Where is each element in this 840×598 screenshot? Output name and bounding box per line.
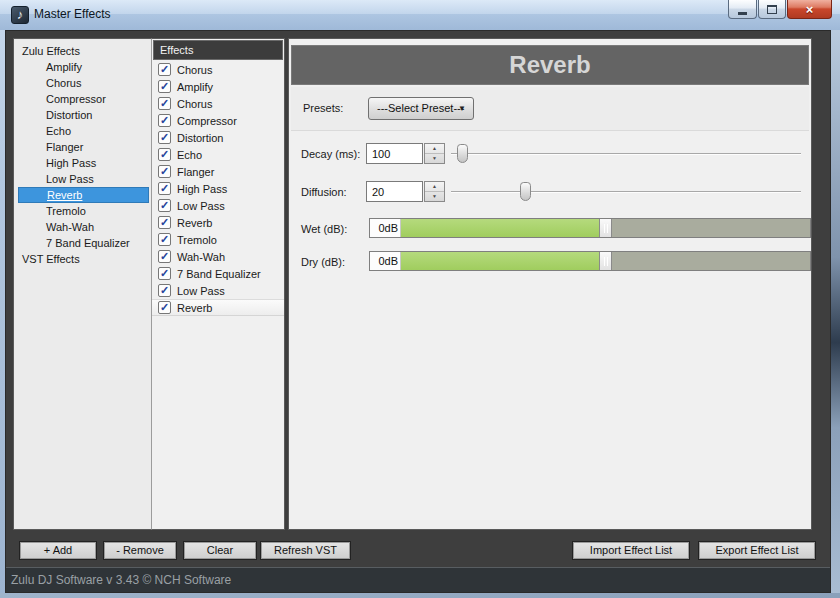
import-effect-list-button[interactable]: Import Effect List: [573, 542, 689, 559]
effect-row-label: Low Pass: [177, 200, 225, 212]
remove-button[interactable]: - Remove: [104, 542, 176, 559]
effect-row-chorus[interactable]: ✓Chorus: [152, 61, 284, 78]
checkbox-icon[interactable]: ✓: [158, 165, 171, 178]
wet-fader-thumb[interactable]: [599, 219, 612, 237]
effect-row-label: Tremolo: [177, 234, 217, 246]
minimize-button[interactable]: [728, 0, 757, 19]
tree-item-chorus[interactable]: Chorus: [14, 75, 151, 91]
close-icon: ×: [806, 1, 814, 18]
effect-row-label: Compressor: [177, 115, 237, 127]
decay-spinner[interactable]: ▲ ▼: [424, 143, 445, 164]
checkbox-icon[interactable]: ✓: [158, 301, 171, 314]
effect-row-tremolo[interactable]: ✓Tremolo: [152, 231, 284, 248]
export-effect-list-button[interactable]: Export Effect List: [699, 542, 815, 559]
clear-button[interactable]: Clear: [184, 542, 256, 559]
checkbox-icon[interactable]: ✓: [158, 267, 171, 280]
app-icon: ♪: [11, 6, 29, 24]
checkbox-icon[interactable]: ✓: [158, 97, 171, 110]
checkbox-icon[interactable]: ✓: [158, 199, 171, 212]
effect-row-low-pass[interactable]: ✓Low Pass: [152, 197, 284, 214]
tree-item-high-pass[interactable]: High Pass: [14, 155, 151, 171]
tree-item-amplify[interactable]: Amplify: [14, 59, 151, 75]
tree-item-7-band-equalizer[interactable]: 7 Band Equalizer: [14, 235, 151, 251]
checkbox-icon[interactable]: ✓: [158, 114, 171, 127]
effect-row-high-pass[interactable]: ✓High Pass: [152, 180, 284, 197]
dry-value: 0dB: [370, 252, 401, 270]
checkbox-icon[interactable]: ✓: [158, 80, 171, 93]
effects-checklist-panel: Effects ✓Chorus✓Amplify✓Chorus✓Compresso…: [152, 38, 285, 530]
titlebar[interactable]: ♪ Master Effects ×: [0, 0, 840, 30]
wet-label: Wet (dB):: [301, 223, 347, 235]
tree-item-zulu-effects[interactable]: Zulu Effects: [14, 43, 151, 59]
decay-slider[interactable]: [451, 153, 801, 155]
diffusion-spinner[interactable]: ▲ ▼: [424, 181, 445, 202]
wet-fader[interactable]: 0dB: [369, 218, 811, 238]
checkbox-icon[interactable]: ✓: [158, 131, 171, 144]
status-text: Zulu DJ Software v 3.43 © NCH Software: [11, 573, 231, 587]
dry-fader[interactable]: 0dB: [369, 251, 811, 271]
decay-slider-thumb[interactable]: [457, 144, 468, 163]
checkbox-icon[interactable]: ✓: [158, 284, 171, 297]
diffusion-slider[interactable]: [451, 191, 801, 193]
tree-item-flanger[interactable]: Flanger: [14, 139, 151, 155]
dry-fader-thumb[interactable]: [599, 252, 612, 270]
tree-item-wah-wah[interactable]: Wah-Wah: [14, 219, 151, 235]
chevron-down-icon: ▼: [458, 98, 466, 119]
spinner-down-icon[interactable]: ▼: [425, 192, 444, 201]
spinner-up-icon[interactable]: ▲: [425, 182, 444, 192]
effect-row-amplify[interactable]: ✓Amplify: [152, 78, 284, 95]
effect-row-7-band-equalizer[interactable]: ✓7 Band Equalizer: [152, 265, 284, 282]
effect-row-flanger[interactable]: ✓Flanger: [152, 163, 284, 180]
effect-row-reverb[interactable]: ✓Reverb: [152, 214, 284, 231]
decay-input[interactable]: [366, 143, 423, 164]
checkbox-icon[interactable]: ✓: [158, 250, 171, 263]
tree-item-distortion[interactable]: Distortion: [14, 107, 151, 123]
effect-row-label: Reverb: [177, 217, 212, 229]
effect-row-label: Distortion: [177, 132, 223, 144]
effect-row-low-pass[interactable]: ✓Low Pass: [152, 282, 284, 299]
maximize-icon: [767, 5, 777, 14]
effect-row-label: Low Pass: [177, 285, 225, 297]
effect-row-label: Echo: [177, 149, 202, 161]
checkbox-icon[interactable]: ✓: [158, 216, 171, 229]
close-button[interactable]: ×: [787, 0, 832, 19]
master-effects-window: ♪ Master Effects × Zulu EffectsAmplifyCh…: [0, 0, 840, 598]
tree-item-low-pass[interactable]: Low Pass: [14, 171, 151, 187]
spinner-up-icon[interactable]: ▲: [425, 144, 444, 154]
decay-label: Decay (ms):: [301, 148, 360, 160]
window-border-bottom: [0, 593, 840, 598]
tree-item-vst-effects[interactable]: VST Effects: [14, 251, 151, 267]
effect-row-distortion[interactable]: ✓Distortion: [152, 129, 284, 146]
effect-row-label: Wah-Wah: [177, 251, 225, 263]
effect-row-reverb[interactable]: ✓Reverb: [152, 299, 284, 316]
effect-row-label: Amplify: [177, 81, 213, 93]
window-title: Master Effects: [34, 7, 110, 21]
presets-row: Presets: ---Select Preset--- ▼: [291, 87, 809, 131]
effects-tree-panel: Zulu EffectsAmplifyChorusCompressorDisto…: [13, 38, 152, 530]
effect-row-label: High Pass: [177, 183, 227, 195]
effect-row-chorus[interactable]: ✓Chorus: [152, 95, 284, 112]
effects-list-header: Effects: [153, 40, 283, 60]
diffusion-input[interactable]: [366, 181, 423, 202]
checkbox-icon[interactable]: ✓: [158, 182, 171, 195]
tree-item-echo[interactable]: Echo: [14, 123, 151, 139]
effect-row-label: Flanger: [177, 166, 214, 178]
effect-row-label: Chorus: [177, 98, 212, 110]
checkbox-icon[interactable]: ✓: [158, 63, 171, 76]
add-button[interactable]: + Add: [20, 542, 96, 559]
tree-item-compressor[interactable]: Compressor: [14, 91, 151, 107]
checkbox-icon[interactable]: ✓: [158, 233, 171, 246]
effect-row-wah-wah[interactable]: ✓Wah-Wah: [152, 248, 284, 265]
wet-value: 0dB: [370, 219, 401, 237]
effect-row-compressor[interactable]: ✓Compressor: [152, 112, 284, 129]
tree-item-reverb[interactable]: Reverb: [18, 187, 149, 203]
tree-item-tremolo[interactable]: Tremolo: [14, 203, 151, 219]
refresh-vst-button[interactable]: Refresh VST: [261, 542, 350, 559]
effect-row-echo[interactable]: ✓Echo: [152, 146, 284, 163]
status-bar: Zulu DJ Software v 3.43 © NCH Software: [6, 567, 830, 592]
diffusion-slider-thumb[interactable]: [520, 182, 531, 201]
checkbox-icon[interactable]: ✓: [158, 148, 171, 161]
preset-dropdown[interactable]: ---Select Preset--- ▼: [368, 97, 474, 120]
spinner-down-icon[interactable]: ▼: [425, 154, 444, 163]
maximize-button[interactable]: [758, 0, 786, 19]
